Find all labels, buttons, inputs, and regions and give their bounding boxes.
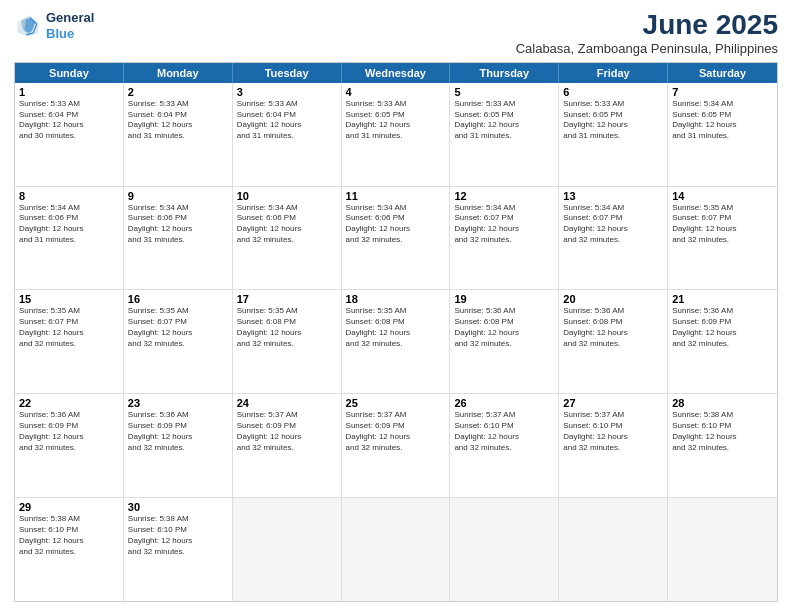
- calendar-cell: [342, 498, 451, 601]
- day-number: 13: [563, 190, 663, 202]
- day-number: 1: [19, 86, 119, 98]
- calendar-row-0: 1Sunrise: 5:33 AM Sunset: 6:04 PM Daylig…: [15, 83, 777, 187]
- day-number: 7: [672, 86, 773, 98]
- day-number: 18: [346, 293, 446, 305]
- calendar-cell: 5Sunrise: 5:33 AM Sunset: 6:05 PM Daylig…: [450, 83, 559, 186]
- calendar-cell: 16Sunrise: 5:35 AM Sunset: 6:07 PM Dayli…: [124, 290, 233, 393]
- cell-info: Sunrise: 5:37 AM Sunset: 6:09 PM Dayligh…: [346, 410, 446, 453]
- day-number: 19: [454, 293, 554, 305]
- day-number: 4: [346, 86, 446, 98]
- day-number: 22: [19, 397, 119, 409]
- cell-info: Sunrise: 5:36 AM Sunset: 6:08 PM Dayligh…: [454, 306, 554, 349]
- calendar-cell: 12Sunrise: 5:34 AM Sunset: 6:07 PM Dayli…: [450, 187, 559, 290]
- day-number: 20: [563, 293, 663, 305]
- cell-info: Sunrise: 5:36 AM Sunset: 6:09 PM Dayligh…: [128, 410, 228, 453]
- page: General Blue June 2025 Calabasa, Zamboan…: [0, 0, 792, 612]
- cell-info: Sunrise: 5:35 AM Sunset: 6:08 PM Dayligh…: [346, 306, 446, 349]
- calendar-cell: 4Sunrise: 5:33 AM Sunset: 6:05 PM Daylig…: [342, 83, 451, 186]
- day-number: 5: [454, 86, 554, 98]
- day-number: 26: [454, 397, 554, 409]
- day-number: 28: [672, 397, 773, 409]
- cell-info: Sunrise: 5:36 AM Sunset: 6:09 PM Dayligh…: [672, 306, 773, 349]
- calendar-cell: 1Sunrise: 5:33 AM Sunset: 6:04 PM Daylig…: [15, 83, 124, 186]
- calendar-cell: 23Sunrise: 5:36 AM Sunset: 6:09 PM Dayli…: [124, 394, 233, 497]
- calendar-cell: 3Sunrise: 5:33 AM Sunset: 6:04 PM Daylig…: [233, 83, 342, 186]
- header-day-saturday: Saturday: [668, 63, 777, 83]
- calendar-cell: 13Sunrise: 5:34 AM Sunset: 6:07 PM Dayli…: [559, 187, 668, 290]
- title-location: Calabasa, Zamboanga Peninsula, Philippin…: [516, 41, 778, 56]
- calendar-cell: 11Sunrise: 5:34 AM Sunset: 6:06 PM Dayli…: [342, 187, 451, 290]
- day-number: 10: [237, 190, 337, 202]
- calendar-cell: 17Sunrise: 5:35 AM Sunset: 6:08 PM Dayli…: [233, 290, 342, 393]
- title-month: June 2025: [516, 10, 778, 41]
- day-number: 15: [19, 293, 119, 305]
- calendar-cell: 25Sunrise: 5:37 AM Sunset: 6:09 PM Dayli…: [342, 394, 451, 497]
- cell-info: Sunrise: 5:34 AM Sunset: 6:07 PM Dayligh…: [563, 203, 663, 246]
- cell-info: Sunrise: 5:35 AM Sunset: 6:07 PM Dayligh…: [672, 203, 773, 246]
- cell-info: Sunrise: 5:37 AM Sunset: 6:09 PM Dayligh…: [237, 410, 337, 453]
- calendar-header: SundayMondayTuesdayWednesdayThursdayFrid…: [15, 63, 777, 83]
- calendar-body: 1Sunrise: 5:33 AM Sunset: 6:04 PM Daylig…: [15, 83, 777, 601]
- header-day-thursday: Thursday: [450, 63, 559, 83]
- calendar-row-4: 29Sunrise: 5:38 AM Sunset: 6:10 PM Dayli…: [15, 498, 777, 601]
- day-number: 24: [237, 397, 337, 409]
- day-number: 25: [346, 397, 446, 409]
- calendar-cell: 7Sunrise: 5:34 AM Sunset: 6:05 PM Daylig…: [668, 83, 777, 186]
- calendar-cell: [450, 498, 559, 601]
- calendar-cell: 15Sunrise: 5:35 AM Sunset: 6:07 PM Dayli…: [15, 290, 124, 393]
- calendar-cell: 22Sunrise: 5:36 AM Sunset: 6:09 PM Dayli…: [15, 394, 124, 497]
- title-block: June 2025 Calabasa, Zamboanga Peninsula,…: [516, 10, 778, 56]
- cell-info: Sunrise: 5:33 AM Sunset: 6:05 PM Dayligh…: [454, 99, 554, 142]
- calendar-cell: 10Sunrise: 5:34 AM Sunset: 6:06 PM Dayli…: [233, 187, 342, 290]
- cell-info: Sunrise: 5:33 AM Sunset: 6:04 PM Dayligh…: [128, 99, 228, 142]
- cell-info: Sunrise: 5:34 AM Sunset: 6:07 PM Dayligh…: [454, 203, 554, 246]
- day-number: 30: [128, 501, 228, 513]
- cell-info: Sunrise: 5:34 AM Sunset: 6:06 PM Dayligh…: [237, 203, 337, 246]
- calendar-cell: [668, 498, 777, 601]
- header-day-wednesday: Wednesday: [342, 63, 451, 83]
- calendar-cell: 18Sunrise: 5:35 AM Sunset: 6:08 PM Dayli…: [342, 290, 451, 393]
- day-number: 12: [454, 190, 554, 202]
- calendar-cell: 21Sunrise: 5:36 AM Sunset: 6:09 PM Dayli…: [668, 290, 777, 393]
- logo-icon: [14, 12, 42, 40]
- cell-info: Sunrise: 5:35 AM Sunset: 6:07 PM Dayligh…: [19, 306, 119, 349]
- calendar-cell: 9Sunrise: 5:34 AM Sunset: 6:06 PM Daylig…: [124, 187, 233, 290]
- cell-info: Sunrise: 5:37 AM Sunset: 6:10 PM Dayligh…: [454, 410, 554, 453]
- calendar-cell: 24Sunrise: 5:37 AM Sunset: 6:09 PM Dayli…: [233, 394, 342, 497]
- header-day-sunday: Sunday: [15, 63, 124, 83]
- day-number: 3: [237, 86, 337, 98]
- cell-info: Sunrise: 5:36 AM Sunset: 6:08 PM Dayligh…: [563, 306, 663, 349]
- day-number: 17: [237, 293, 337, 305]
- header: General Blue June 2025 Calabasa, Zamboan…: [14, 10, 778, 56]
- logo-line1: General: [46, 10, 94, 26]
- calendar-cell: 26Sunrise: 5:37 AM Sunset: 6:10 PM Dayli…: [450, 394, 559, 497]
- cell-info: Sunrise: 5:34 AM Sunset: 6:05 PM Dayligh…: [672, 99, 773, 142]
- cell-info: Sunrise: 5:34 AM Sunset: 6:06 PM Dayligh…: [346, 203, 446, 246]
- cell-info: Sunrise: 5:34 AM Sunset: 6:06 PM Dayligh…: [19, 203, 119, 246]
- calendar: SundayMondayTuesdayWednesdayThursdayFrid…: [14, 62, 778, 602]
- calendar-cell: 6Sunrise: 5:33 AM Sunset: 6:05 PM Daylig…: [559, 83, 668, 186]
- day-number: 14: [672, 190, 773, 202]
- cell-info: Sunrise: 5:33 AM Sunset: 6:04 PM Dayligh…: [237, 99, 337, 142]
- header-day-monday: Monday: [124, 63, 233, 83]
- calendar-cell: 2Sunrise: 5:33 AM Sunset: 6:04 PM Daylig…: [124, 83, 233, 186]
- cell-info: Sunrise: 5:35 AM Sunset: 6:08 PM Dayligh…: [237, 306, 337, 349]
- calendar-cell: 27Sunrise: 5:37 AM Sunset: 6:10 PM Dayli…: [559, 394, 668, 497]
- cell-info: Sunrise: 5:38 AM Sunset: 6:10 PM Dayligh…: [672, 410, 773, 453]
- day-number: 8: [19, 190, 119, 202]
- logo-text: General Blue: [46, 10, 94, 41]
- logo-line2: Blue: [46, 26, 94, 42]
- calendar-cell: [233, 498, 342, 601]
- day-number: 29: [19, 501, 119, 513]
- calendar-row-1: 8Sunrise: 5:34 AM Sunset: 6:06 PM Daylig…: [15, 187, 777, 291]
- calendar-cell: 8Sunrise: 5:34 AM Sunset: 6:06 PM Daylig…: [15, 187, 124, 290]
- cell-info: Sunrise: 5:35 AM Sunset: 6:07 PM Dayligh…: [128, 306, 228, 349]
- calendar-row-3: 22Sunrise: 5:36 AM Sunset: 6:09 PM Dayli…: [15, 394, 777, 498]
- cell-info: Sunrise: 5:33 AM Sunset: 6:04 PM Dayligh…: [19, 99, 119, 142]
- cell-info: Sunrise: 5:33 AM Sunset: 6:05 PM Dayligh…: [346, 99, 446, 142]
- calendar-cell: 29Sunrise: 5:38 AM Sunset: 6:10 PM Dayli…: [15, 498, 124, 601]
- header-day-friday: Friday: [559, 63, 668, 83]
- day-number: 27: [563, 397, 663, 409]
- calendar-cell: 28Sunrise: 5:38 AM Sunset: 6:10 PM Dayli…: [668, 394, 777, 497]
- cell-info: Sunrise: 5:33 AM Sunset: 6:05 PM Dayligh…: [563, 99, 663, 142]
